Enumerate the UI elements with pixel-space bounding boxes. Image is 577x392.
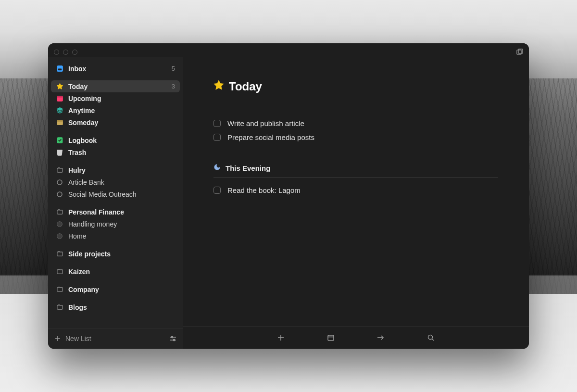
todo-label: Prepare social media posts	[227, 133, 314, 141]
star-icon	[213, 80, 224, 93]
sidebar-item-label: Hulry	[68, 166, 86, 174]
logbook-icon	[56, 137, 63, 144]
main-panel: Today Write and publish articlePrepare s…	[183, 57, 529, 349]
project-icon	[56, 190, 63, 198]
todo-item[interactable]: Prepare social media posts	[213, 130, 498, 144]
sidebar-item-home[interactable]: Home	[51, 230, 180, 242]
sidebar-item-label: Home	[68, 232, 86, 240]
todo-label: Write and publish article	[227, 119, 304, 127]
area-icon	[56, 166, 63, 174]
area-icon	[56, 208, 63, 216]
inbox-icon	[56, 65, 63, 73]
sidebar-item-label: Blogs	[68, 303, 87, 311]
moon-icon	[213, 164, 221, 172]
sidebar-item-label: Inbox	[68, 65, 86, 73]
sidebar-item-label: Anytime	[68, 107, 95, 114]
traffic-minimize[interactable]	[63, 50, 68, 55]
sidebar-item-trash[interactable]: Trash	[51, 146, 180, 158]
svg-rect-18	[57, 252, 62, 256]
svg-point-12	[57, 192, 62, 197]
project-icon	[56, 178, 63, 186]
sidebar-item-personal-finance[interactable]: Personal Finance	[51, 206, 180, 218]
star-icon	[56, 83, 63, 90]
sidebar-item-side-projects[interactable]: Side projects	[51, 248, 180, 260]
sidebar-item-count: 3	[172, 83, 175, 90]
plus-icon[interactable]	[54, 335, 62, 342]
todo-item[interactable]: Read the book: Lagom	[213, 183, 498, 197]
sidebar-item-upcoming[interactable]: Upcoming	[51, 92, 180, 104]
app-window: Inbox5Today3UpcomingAnytimeSomedayLogboo…	[48, 43, 529, 349]
stack-icon	[56, 107, 63, 114]
sidebar-item-today[interactable]: Today3	[51, 80, 180, 92]
traffic-close[interactable]	[54, 50, 59, 55]
search-icon[interactable]	[426, 333, 436, 342]
calendar-icon	[56, 95, 63, 102]
this-evening-header: This Evening	[213, 164, 498, 177]
svg-rect-7	[57, 120, 63, 122]
sidebar: Inbox5Today3UpcomingAnytimeSomedayLogboo…	[48, 57, 183, 349]
sidebar-item-article-bank[interactable]: Article Bank	[51, 176, 180, 188]
sidebar-item-kaizen[interactable]: Kaizen	[51, 266, 180, 278]
sidebar-item-label: Today	[68, 83, 88, 90]
sidebar-item-label: Company	[68, 286, 99, 293]
sidebar-item-label: Side projects	[68, 250, 111, 258]
sidebar-item-social-outreach[interactable]: Social Media Outreach	[51, 188, 180, 200]
svg-point-11	[57, 180, 62, 185]
svg-rect-10	[57, 168, 62, 172]
svg-rect-13	[57, 210, 62, 214]
todo-label: Read the book: Lagom	[227, 186, 301, 194]
calendar-icon[interactable]	[326, 333, 336, 342]
sidebar-item-label: Upcoming	[68, 95, 101, 102]
svg-line-34	[432, 339, 434, 341]
page-title: Today	[213, 80, 498, 93]
checkbox[interactable]	[213, 134, 221, 141]
project-dim-icon	[56, 232, 63, 240]
sidebar-item-label: Trash	[68, 149, 86, 156]
traffic-zoom[interactable]	[72, 50, 77, 55]
move-icon[interactable]	[376, 333, 386, 342]
checkbox[interactable]	[213, 187, 221, 194]
sidebar-item-label: Kaizen	[68, 268, 90, 276]
svg-rect-19	[57, 270, 62, 274]
sidebar-item-count: 5	[172, 65, 175, 72]
sidebar-item-blogs[interactable]: Blogs	[51, 301, 180, 313]
svg-rect-3	[58, 69, 62, 71]
svg-point-17	[57, 234, 62, 239]
trash-icon	[56, 149, 63, 156]
area-icon	[56, 250, 63, 258]
sidebar-item-someday[interactable]: Someday	[51, 116, 180, 128]
svg-rect-5	[57, 96, 62, 98]
sidebar-item-handling-money[interactable]: Handling money	[51, 218, 180, 230]
svg-rect-30	[328, 335, 334, 341]
sidebar-item-label: Logbook	[68, 137, 97, 144]
sidebar-item-inbox[interactable]: Inbox5	[51, 63, 180, 75]
sidebar-item-hulry[interactable]: Hulry	[51, 164, 180, 176]
sidebar-item-label: Someday	[68, 119, 98, 126]
svg-rect-21	[57, 305, 62, 309]
sidebar-item-label: Social Media Outreach	[68, 190, 137, 198]
svg-point-15	[57, 222, 62, 227]
svg-point-33	[428, 335, 433, 340]
sidebar-item-company[interactable]: Company	[51, 283, 180, 295]
sidebar-item-label: Article Bank	[68, 178, 104, 186]
area-icon	[56, 268, 63, 276]
new-list-button[interactable]: New List	[65, 335, 91, 342]
project-dim-icon	[56, 220, 63, 228]
sidebar-item-anytime[interactable]: Anytime	[51, 104, 180, 116]
svg-rect-20	[57, 288, 62, 291]
archive-icon	[56, 119, 63, 126]
bottom-toolbar	[183, 326, 529, 349]
sidebar-footer: New List	[48, 328, 183, 349]
page-title-text: Today	[229, 80, 262, 93]
checkbox[interactable]	[213, 120, 221, 127]
multi-window-icon[interactable]	[516, 49, 523, 55]
sidebar-item-logbook[interactable]: Logbook	[51, 134, 180, 146]
area-icon	[56, 303, 63, 311]
traffic-lights	[54, 50, 77, 55]
sidebar-item-label: Handling money	[68, 220, 117, 228]
todo-item[interactable]: Write and publish article	[213, 116, 498, 130]
new-todo-button[interactable]	[276, 333, 286, 342]
settings-sliders-icon[interactable]	[169, 335, 177, 342]
area-icon	[56, 286, 63, 293]
titlebar	[48, 43, 529, 57]
